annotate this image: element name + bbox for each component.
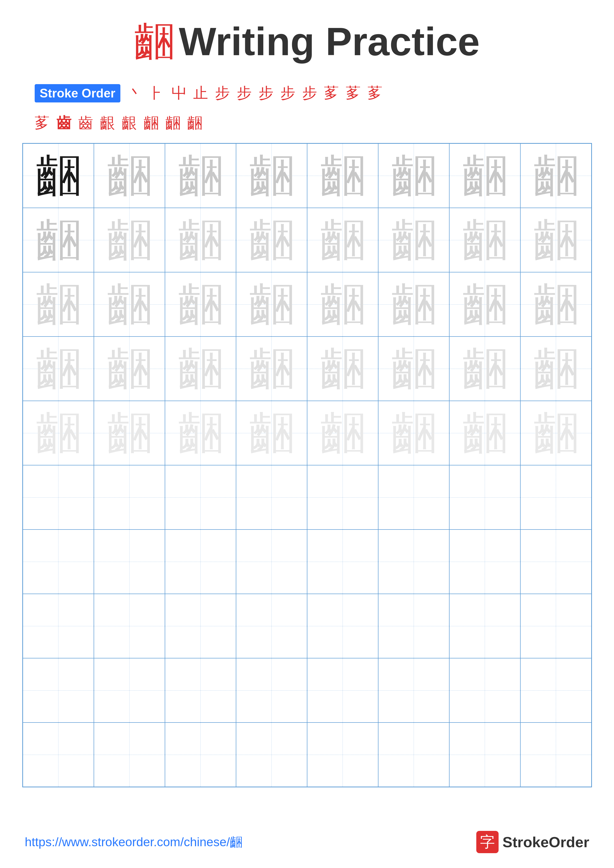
- grid-cell-r1-c3: 齫: [165, 144, 236, 208]
- grid-cell-r4-c6: 齫: [378, 336, 449, 401]
- practice-char-light: 齫: [178, 146, 223, 206]
- stroke-step-17: 齦: [122, 113, 137, 133]
- grid-cell-r7-c2[interactable]: [94, 530, 165, 594]
- grid-cell-r10-c8[interactable]: [521, 722, 591, 787]
- practice-char-light: 齫: [249, 146, 294, 206]
- practice-char-light: 齫: [178, 339, 223, 398]
- stroke-step-14: 齒: [56, 113, 72, 133]
- grid-cell-r9-c1[interactable]: [23, 658, 94, 722]
- practice-char-lightest: 齫: [391, 403, 436, 463]
- strokeorder-logo-text: StrokeOrder: [502, 834, 589, 851]
- practice-char-light: 齫: [107, 339, 152, 398]
- practice-char-light: 齫: [533, 339, 578, 398]
- practice-char-light: 齫: [36, 339, 81, 398]
- grid-cell-r6-c7[interactable]: [449, 465, 521, 530]
- stroke-step-8: 步: [280, 83, 295, 103]
- grid-cell-r7-c8[interactable]: [521, 530, 591, 594]
- grid-cell-r7-c3[interactable]: [165, 530, 236, 594]
- grid-cell-r9-c3[interactable]: [165, 658, 236, 722]
- stroke-step-20: 齫: [187, 113, 202, 133]
- grid-cell-r2-c7: 齫: [449, 208, 521, 272]
- stroke-order-badge: Stroke Order: [35, 84, 120, 102]
- grid-cell-r7-c1[interactable]: [23, 530, 94, 594]
- grid-cell-r8-c7[interactable]: [449, 594, 521, 658]
- grid-cell-r8-c1[interactable]: [23, 594, 94, 658]
- grid-cell-r6-c1[interactable]: [23, 465, 94, 530]
- practice-char-light: 齫: [36, 274, 81, 334]
- practice-char-lightest: 齫: [462, 403, 507, 463]
- grid-cell-r10-c3[interactable]: [165, 722, 236, 787]
- grid-cell-r7-c6[interactable]: [378, 530, 449, 594]
- practice-char-light: 齫: [533, 274, 578, 334]
- grid-cell-r9-c5[interactable]: [307, 658, 378, 722]
- grid-cell-r10-c1[interactable]: [23, 722, 94, 787]
- practice-char-light: 齫: [249, 274, 294, 334]
- practice-char-light: 齫: [391, 146, 436, 206]
- practice-char-light: 齫: [36, 210, 81, 270]
- grid-cell-r4-c7: 齫: [449, 336, 521, 401]
- grid-cell-r3-c5: 齫: [307, 272, 378, 336]
- grid-cell-r7-c5[interactable]: [307, 530, 378, 594]
- grid-cell-r8-c6[interactable]: [378, 594, 449, 658]
- grid-cell-r9-c2[interactable]: [94, 658, 165, 722]
- grid-cell-r7-c4[interactable]: [236, 530, 307, 594]
- grid-cell-r9-c7[interactable]: [449, 658, 521, 722]
- practice-char-light: 齫: [391, 274, 436, 334]
- grid-cell-r8-c4[interactable]: [236, 594, 307, 658]
- practice-char-light: 齫: [391, 210, 436, 270]
- stroke-step-7: 步: [259, 83, 274, 103]
- grid-cell-r6-c5[interactable]: [307, 465, 378, 530]
- grid-cell-r4-c1: 齫: [23, 336, 94, 401]
- grid-cell-r1-c4: 齫: [236, 144, 307, 208]
- grid-cell-r5-c5: 齫: [307, 401, 378, 465]
- stroke-step-6: 步: [237, 83, 252, 103]
- stroke-chars-row2: 茤 齒 齒 齦 齦 齫 齫 齫: [25, 113, 589, 133]
- grid-cell-r6-c6[interactable]: [378, 465, 449, 530]
- grid-cell-r2-c2: 齫: [94, 208, 165, 272]
- grid-cell-r5-c6: 齫: [378, 401, 449, 465]
- grid-cell-r8-c2[interactable]: [94, 594, 165, 658]
- stroke-step-2: ⺊: [149, 83, 165, 103]
- practice-char-light: 齫: [249, 210, 294, 270]
- grid-cell-r7-c7[interactable]: [449, 530, 521, 594]
- grid-cell-r9-c4[interactable]: [236, 658, 307, 722]
- grid-cell-r9-c6[interactable]: [378, 658, 449, 722]
- practice-char-light: 齫: [320, 146, 365, 206]
- grid-cell-r6-c4[interactable]: [236, 465, 307, 530]
- grid-cell-r2-c5: 齫: [307, 208, 378, 272]
- grid-cell-r2-c4: 齫: [236, 208, 307, 272]
- footer-url: https://www.strokeorder.com/chinese/齫: [25, 834, 242, 851]
- stroke-step-9: 步: [302, 83, 317, 103]
- stroke-step-5: 步: [215, 83, 230, 103]
- practice-char-light: 齫: [462, 339, 507, 398]
- grid-cell-r8-c8[interactable]: [521, 594, 591, 658]
- grid-cell-r10-c7[interactable]: [449, 722, 521, 787]
- stroke-step-11: 茤: [346, 83, 361, 103]
- practice-char-light: 齫: [320, 339, 365, 398]
- grid-cell-r3-c3: 齫: [165, 272, 236, 336]
- practice-char-light: 齫: [533, 146, 578, 206]
- grid-cell-r6-c8[interactable]: [521, 465, 591, 530]
- grid-cell-r3-c7: 齫: [449, 272, 521, 336]
- grid-cell-r8-c5[interactable]: [307, 594, 378, 658]
- grid-cell-r3-c6: 齫: [378, 272, 449, 336]
- grid-cell-r10-c4[interactable]: [236, 722, 307, 787]
- grid-cell-r8-c3[interactable]: [165, 594, 236, 658]
- practice-char-light: 齫: [107, 210, 152, 270]
- grid-cell-r10-c6[interactable]: [378, 722, 449, 787]
- practice-char-light: 齫: [320, 210, 365, 270]
- grid-cell-r1-c1: 齫: [23, 144, 94, 208]
- grid-cell-r6-c3[interactable]: [165, 465, 236, 530]
- grid-cell-r6-c2[interactable]: [94, 465, 165, 530]
- practice-grid: 齫 齫 齫 齫 齫 齫 齫 齫 齫 齫 齫: [22, 143, 592, 787]
- practice-char-light: 齫: [462, 274, 507, 334]
- grid-cell-r10-c5[interactable]: [307, 722, 378, 787]
- stroke-chars-row1: 丶 ⺊ 屮 止 步 步 步 步 步 茤 茤 茤: [128, 83, 382, 103]
- grid-cell-r9-c8[interactable]: [521, 658, 591, 722]
- practice-char-dark: 齫: [36, 146, 81, 206]
- grid-cell-r5-c4: 齫: [236, 401, 307, 465]
- grid-cell-r2-c3: 齫: [165, 208, 236, 272]
- practice-char-light: 齫: [107, 274, 152, 334]
- grid-cell-r10-c2[interactable]: [94, 722, 165, 787]
- grid-cell-r5-c7: 齫: [449, 401, 521, 465]
